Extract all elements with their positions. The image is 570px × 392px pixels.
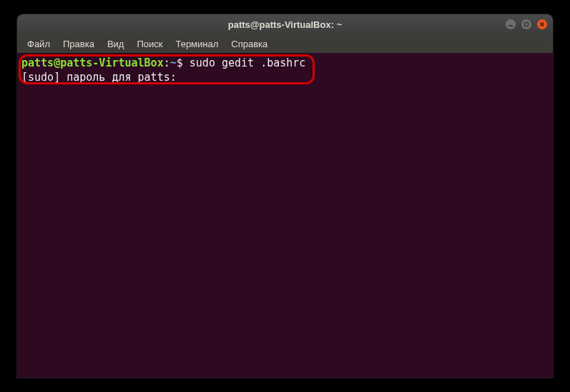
menu-file[interactable]: Файл [21,36,56,52]
window-title: patts@patts-VirtualBox: ~ [228,19,342,30]
svg-rect-1 [525,23,529,26]
menu-edit[interactable]: Правка [57,36,100,52]
close-button[interactable] [537,19,547,29]
terminal-window: patts@patts-VirtualBox: ~ Файл Правка Ви… [17,14,553,378]
sudo-password-line: [sudo] пароль для patts: [21,70,549,84]
menu-help[interactable]: Справка [225,36,273,52]
terminal-body[interactable]: patts@patts-VirtualBox:~$ sudo gedit .ba… [17,53,553,378]
command-text: sudo gedit .bashrc [190,57,306,69]
maximize-button[interactable] [521,19,531,29]
menubar: Файл Правка Вид Поиск Терминал Справка [17,34,553,53]
minimize-button[interactable] [506,19,516,29]
titlebar: patts@patts-VirtualBox: ~ [17,14,553,34]
menu-search[interactable]: Поиск [131,36,168,52]
window-controls [506,19,547,29]
menu-view[interactable]: Вид [102,36,130,52]
menu-terminal[interactable]: Терминал [169,36,224,52]
prompt-colon: : [164,57,170,69]
prompt-symbol: $ [177,57,190,69]
prompt-path: ~ [170,57,177,69]
prompt-line: patts@patts-VirtualBox:~$ sudo gedit .ba… [21,56,549,70]
prompt-user-host: patts@patts-VirtualBox [21,57,164,69]
sudo-password-prompt: [sudo] пароль для patts: [21,71,183,84]
